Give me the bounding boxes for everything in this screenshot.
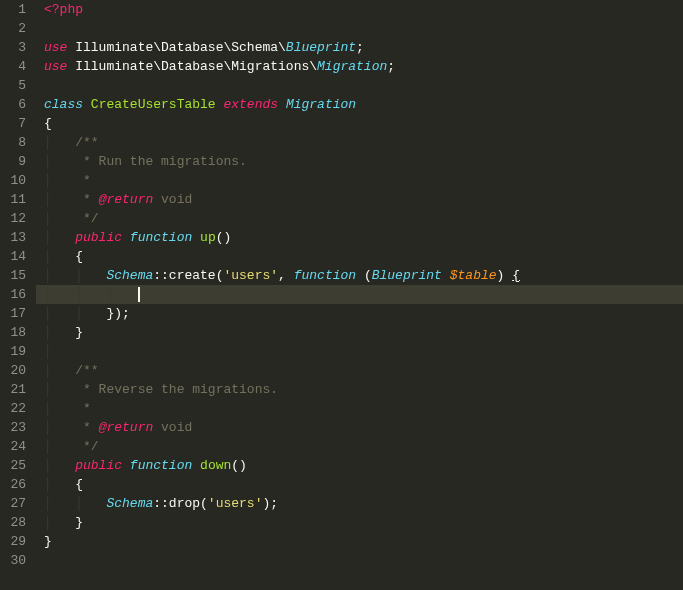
line-number: 26 xyxy=(8,475,26,494)
code-line[interactable]: │ │ Schema::drop('users'); xyxy=(44,494,683,513)
line-number: 10 xyxy=(8,171,26,190)
code-line[interactable]: │ { xyxy=(44,475,683,494)
line-number: 2 xyxy=(8,19,26,38)
code-line[interactable]: │ } xyxy=(44,323,683,342)
line-number: 15 xyxy=(8,266,26,285)
line-number: 23 xyxy=(8,418,26,437)
line-number: 22 xyxy=(8,399,26,418)
line-number: 14 xyxy=(8,247,26,266)
code-line[interactable]: │ { xyxy=(44,247,683,266)
code-line[interactable]: │ xyxy=(44,342,683,361)
line-number: 21 xyxy=(8,380,26,399)
line-number: 17 xyxy=(8,304,26,323)
code-line[interactable]: class CreateUsersTable extends Migration xyxy=(44,95,683,114)
line-number: 19 xyxy=(8,342,26,361)
code-line[interactable]: │ * @return void xyxy=(44,190,683,209)
code-line[interactable]: use Illuminate\Database\Schema\Blueprint… xyxy=(44,38,683,57)
line-number: 30 xyxy=(8,551,26,570)
code-line[interactable]: │ │ }); xyxy=(44,304,683,323)
code-editor[interactable]: 1 2 3 4 5 6 7 8 9 10 11 12 13 14 15 16 1… xyxy=(0,0,683,590)
line-number: 9 xyxy=(8,152,26,171)
code-line[interactable]: │ } xyxy=(44,513,683,532)
line-number: 7 xyxy=(8,114,26,133)
code-area[interactable]: <?php use Illuminate\Database\Schema\Blu… xyxy=(36,0,683,590)
line-number: 24 xyxy=(8,437,26,456)
code-line[interactable] xyxy=(44,76,683,95)
code-line[interactable]: │ * Run the migrations. xyxy=(44,152,683,171)
line-number: 13 xyxy=(8,228,26,247)
line-number: 12 xyxy=(8,209,26,228)
line-number: 16 xyxy=(8,285,26,304)
line-number: 11 xyxy=(8,190,26,209)
line-number: 1 xyxy=(8,0,26,19)
code-line[interactable]: │ * xyxy=(44,171,683,190)
code-line[interactable]: use Illuminate\Database\Migrations\Migra… xyxy=(44,57,683,76)
code-line[interactable]: <?php xyxy=(44,0,683,19)
line-number: 27 xyxy=(8,494,26,513)
code-line[interactable]: │ │ Schema::create('users', function (Bl… xyxy=(44,266,683,285)
code-line[interactable]: │ */ xyxy=(44,209,683,228)
line-number: 4 xyxy=(8,57,26,76)
line-number: 29 xyxy=(8,532,26,551)
code-line[interactable]: │ * @return void xyxy=(44,418,683,437)
code-line-active[interactable]: │ │ │ xyxy=(44,285,683,304)
line-number: 25 xyxy=(8,456,26,475)
code-line[interactable]: │ * xyxy=(44,399,683,418)
text-cursor xyxy=(138,287,140,302)
line-number: 20 xyxy=(8,361,26,380)
line-number: 6 xyxy=(8,95,26,114)
code-line[interactable] xyxy=(44,551,683,570)
code-line[interactable]: { xyxy=(44,114,683,133)
code-line[interactable] xyxy=(44,19,683,38)
line-number: 18 xyxy=(8,323,26,342)
line-number: 28 xyxy=(8,513,26,532)
code-line[interactable]: │ */ xyxy=(44,437,683,456)
line-number-gutter: 1 2 3 4 5 6 7 8 9 10 11 12 13 14 15 16 1… xyxy=(0,0,36,590)
line-number: 3 xyxy=(8,38,26,57)
code-line[interactable]: │ * Reverse the migrations. xyxy=(44,380,683,399)
code-line[interactable]: } xyxy=(44,532,683,551)
code-line[interactable]: │ /** xyxy=(44,361,683,380)
code-line[interactable]: │ public function down() xyxy=(44,456,683,475)
line-number: 5 xyxy=(8,76,26,95)
code-line[interactable]: │ public function up() xyxy=(44,228,683,247)
code-line[interactable]: │ /** xyxy=(44,133,683,152)
line-number: 8 xyxy=(8,133,26,152)
